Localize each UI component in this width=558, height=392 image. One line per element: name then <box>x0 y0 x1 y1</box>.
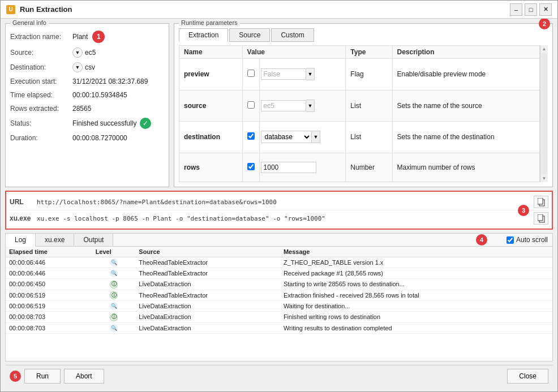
param-row-source: source ▼ List <box>179 90 540 122</box>
log-row: 00:00:06:519 ⓘ TheoReadTableExtractor Ex… <box>6 290 552 301</box>
log-table: Elapsed time Level Source Message 00:00:… <box>6 247 552 361</box>
col-value: Value <box>242 46 346 59</box>
url-copy-button[interactable] <box>534 196 548 208</box>
level-icon: ⓘ <box>110 313 118 321</box>
checkbox-preview[interactable] <box>247 70 255 77</box>
param-row-rows: rows Number Maximum number of rows <box>179 153 540 182</box>
copy-icon-exe <box>538 214 545 223</box>
extraction-name-row: Extraction name: Plant 1 <box>10 28 164 45</box>
abort-button[interactable]: Abort <box>64 369 104 384</box>
col-type: Type <box>346 46 392 59</box>
scroll-up-arrow[interactable]: ▲ <box>541 45 548 53</box>
log-source: TheoReadTableExtractor <box>135 257 280 268</box>
main-window: U Run Extraction – □ ✕ General info Extr… <box>0 0 558 392</box>
param-type-preview: Flag <box>346 59 392 91</box>
destination-value: csv <box>85 63 95 71</box>
source-select[interactable]: ▼ ec5 <box>72 48 96 58</box>
log-time: 00:00:06:446 <box>6 268 92 279</box>
minimize-button[interactable]: – <box>510 3 522 16</box>
param-check-rows[interactable] <box>242 153 259 182</box>
log-level: 🔍 <box>92 257 136 268</box>
title-bar-left: U Run Extraction <box>6 5 72 14</box>
log-message: Writing results to destination completed <box>280 322 552 333</box>
log-row: 00:00:06:446 🔍 TheoReadTableExtractor Re… <box>6 268 552 279</box>
runtime-params-panel: Runtime parameters Extraction Source Cus… <box>174 23 553 187</box>
run-button[interactable]: Run <box>24 369 61 384</box>
log-tab-output[interactable]: Output <box>74 234 113 246</box>
rows-extracted-row: Rows extracted: 28565 <box>10 102 164 115</box>
param-value-source: ▼ <box>259 90 346 122</box>
tab-custom[interactable]: Custom <box>271 28 314 42</box>
level-icon: ⓘ <box>110 281 118 288</box>
value-dropdown-source[interactable]: ▼ <box>306 100 315 112</box>
log-row: 00:00:08:703 ⓘ LiveDataExtraction Finish… <box>6 312 552 323</box>
value-input-preview <box>261 68 306 80</box>
window-title: Run Extraction <box>20 5 72 14</box>
extraction-name-value-group: Plant 1 <box>72 31 105 43</box>
col-message: Message <box>280 247 552 257</box>
log-source: LiveDataExtraction <box>135 312 280 323</box>
log-tab-log[interactable]: Log <box>6 234 36 247</box>
param-row-destination: destination database csv <box>179 122 540 153</box>
param-check-source[interactable] <box>242 90 259 122</box>
param-check-destination[interactable] <box>242 122 259 153</box>
log-source: LiveDataExtraction <box>135 301 280 312</box>
scroll-down-arrow[interactable]: ▼ <box>541 175 548 182</box>
value-dropdown-destination[interactable]: ▼ <box>312 131 321 143</box>
close-button[interactable]: ✕ <box>539 3 552 16</box>
log-source: LiveDataExtraction <box>135 322 280 333</box>
exe-value: xu.exe -s localhost -p 8065 -n Plant -o … <box>37 215 531 222</box>
close-button-bottom[interactable]: Close <box>507 369 548 384</box>
checkbox-source[interactable] <box>247 101 255 109</box>
value-select-destination[interactable]: database csv <box>261 131 312 143</box>
duration-label: Duration: <box>10 134 72 142</box>
param-name-source: source <box>179 90 243 122</box>
extraction-name-value: Plant <box>72 33 88 41</box>
param-row-preview: preview ▼ Flag <box>179 59 540 91</box>
top-section: General info Extraction name: Plant 1 So… <box>5 23 553 187</box>
tab-extraction[interactable]: Extraction <box>179 28 228 42</box>
title-bar-controls: – □ ✕ <box>510 3 552 16</box>
value-dropdown-preview[interactable]: ▼ <box>306 68 315 80</box>
log-header-row: Elapsed time Level Source Message <box>6 247 552 257</box>
rows-extracted-label: Rows extracted: <box>10 105 72 113</box>
param-check-preview[interactable] <box>242 59 259 91</box>
auto-scroll-checkbox[interactable] <box>507 236 514 244</box>
params-scrollbar[interactable]: ▲ ▼ <box>540 45 548 182</box>
duration-row: Duration: 00:00:08.7270000 <box>10 131 164 145</box>
destination-label: Destination: <box>10 63 72 71</box>
param-desc-source: Sets the name of the source <box>392 90 540 122</box>
maximize-button[interactable]: □ <box>525 3 537 16</box>
log-source: TheoReadTableExtractor <box>135 268 280 279</box>
url-row: URL http://localhost:8065/?name=Plant&de… <box>10 194 548 210</box>
source-value: ec5 <box>85 49 96 57</box>
value-input-rows[interactable] <box>261 162 316 173</box>
param-name-destination: destination <box>179 122 243 153</box>
log-message: Extraction finished - received 28,565 ro… <box>280 290 552 301</box>
url-type-label: URL <box>10 198 37 206</box>
destination-select[interactable]: ▼ csv <box>72 62 95 72</box>
svg-rect-1 <box>538 198 543 204</box>
log-level: ⓘ <box>92 279 136 290</box>
log-tab-xuexe[interactable]: xu.exe <box>36 234 74 246</box>
log-section: Log xu.exe Output 4 Auto scroll <box>5 233 553 361</box>
source-dropdown-arrow[interactable]: ▼ <box>72 48 83 58</box>
log-message: Starting to write 28565 rows to destinat… <box>280 279 552 290</box>
level-icon: 🔍 <box>110 269 118 277</box>
log-level: 🔍 <box>92 322 136 333</box>
checkbox-destination[interactable] <box>247 132 255 140</box>
param-desc-preview: Enable/disable preview mode <box>392 59 540 91</box>
exe-copy-button[interactable] <box>534 212 548 225</box>
tab-source[interactable]: Source <box>229 28 270 42</box>
copy-icon-url <box>538 198 545 206</box>
execution-start-label: Execution start: <box>10 77 72 85</box>
param-value-preview: ▼ <box>259 59 346 91</box>
general-info-label: General info <box>10 19 49 26</box>
runtime-params-label: Runtime parameters <box>179 19 240 26</box>
execution-start-row: Execution start: 31/12/2021 08:32:37.689 <box>10 75 164 88</box>
param-type-rows: Number <box>346 153 392 182</box>
checkbox-rows[interactable] <box>247 163 255 170</box>
destination-dropdown-arrow[interactable]: ▼ <box>72 62 83 72</box>
param-value-destination: database csv ▼ <box>259 122 346 153</box>
param-name-rows: rows <box>179 153 243 182</box>
